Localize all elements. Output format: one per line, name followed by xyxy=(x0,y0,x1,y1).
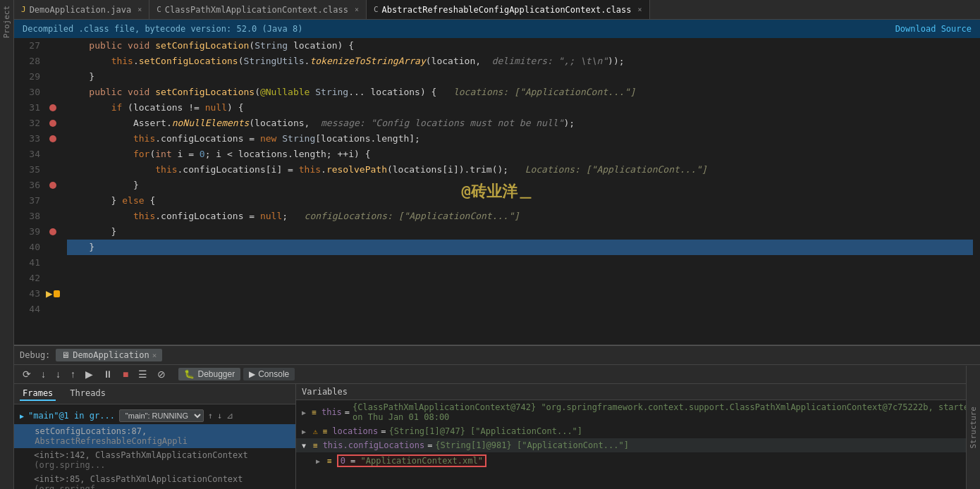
code-line-32: if (locations != null) { xyxy=(67,100,973,116)
var-name: locations xyxy=(332,426,378,436)
var-name: this.configLocations xyxy=(323,440,425,450)
code-line-36: for(int i = 0; i < locations.length; ++i… xyxy=(67,147,973,162)
filter-btn[interactable]: ⊿ xyxy=(226,411,233,421)
expand-arrow[interactable]: ▶ xyxy=(302,409,309,416)
tab-classpathxml[interactable]: C ClassPathXmlApplicationContext.class × xyxy=(149,0,367,19)
str-icon: ≡ xyxy=(327,457,332,466)
console-icon: ▶ xyxy=(249,369,255,379)
stack-frame-1[interactable]: <init>:142, ClassPathXmlApplicationConte… xyxy=(14,448,295,472)
close-icon[interactable]: × xyxy=(137,6,142,13)
var-configlocations-0[interactable]: ▶ ≡ 0 = "ApplicationContext.xml" xyxy=(296,452,980,469)
warn-icon: ⚠ xyxy=(313,427,318,436)
close-icon[interactable]: × xyxy=(355,6,359,13)
code-line-34: this.configLocations = new String[locati… xyxy=(67,131,973,147)
thread-play-icon: ▶ xyxy=(20,412,24,420)
expand-arrow[interactable]: ▼ xyxy=(302,442,310,450)
notice-text: Decompiled .class file, bytecode version… xyxy=(23,24,302,34)
view-btn[interactable]: ☰ xyxy=(135,367,150,381)
line-numbers: 27 28 29 30 31 32 33 34 35 36 37 38 39 4… xyxy=(14,38,46,345)
threads-tab[interactable]: Threads xyxy=(67,387,109,401)
var-index: 0 xyxy=(341,456,345,466)
gutter: ▶ xyxy=(46,38,60,345)
stack-frame-2[interactable]: <init>:85, ClassPathXmlApplicationContex… xyxy=(14,472,295,489)
down-arrow-btn[interactable]: ↓ xyxy=(217,411,222,421)
debug-bar: Debug: 🖥 DemoApplication × xyxy=(14,345,980,365)
restart-btn[interactable]: ⟳ xyxy=(20,367,34,381)
code-line-43: } xyxy=(67,240,973,255)
frames-tab[interactable]: Frames xyxy=(20,387,56,401)
structure-sidebar[interactable]: Structure xyxy=(966,366,980,489)
variables-header: Variables xyxy=(296,384,980,400)
arr-icon: ≡ xyxy=(313,441,318,450)
editor-area: @砖业洋＿ 27 28 29 30 31 32 33 34 35 36 37 3… xyxy=(14,38,980,345)
close-icon[interactable]: × xyxy=(638,6,642,13)
tab-bar: J DemoApplication.java × C ClassPathXmlA… xyxy=(14,0,980,20)
thread-state-selector[interactable]: "main": RUNNING xyxy=(119,409,204,422)
var-locations[interactable]: ▶ ⚠ ≡ locations = {String[1]@747} ["Appl… xyxy=(296,424,980,438)
console-tab-btn[interactable]: ▶ Console xyxy=(243,368,295,380)
resume-btn[interactable]: ▶ xyxy=(82,367,96,381)
code-line-31: public void setConfigLocations(@Nullable… xyxy=(67,85,973,100)
class-icon: C xyxy=(157,5,161,14)
var-this[interactable]: ▶ ≡ this = {ClassPathXmlApplicationConte… xyxy=(296,400,980,424)
pause-btn[interactable]: ⏸ xyxy=(100,367,116,381)
frame-label: <init>:85, ClassPathXmlApplicationContex… xyxy=(34,474,290,489)
step-over-btn[interactable]: ↓ xyxy=(38,367,49,381)
debugger-icon: 🐛 xyxy=(184,369,195,379)
debug-session-label: DemoApplication xyxy=(73,350,149,360)
obj-icon: ≡ xyxy=(312,408,317,417)
code-line-40: this.configLocations = null; configLocat… xyxy=(67,209,973,224)
project-label: Project xyxy=(2,6,11,38)
frames-content: ▶ "main"@1 in gr... "main": RUNNING ↑ ↓ … xyxy=(14,404,295,489)
debugger-tab-btn[interactable]: 🐛 Debugger xyxy=(178,368,240,380)
code-line-38: } xyxy=(67,178,973,193)
step-into-btn[interactable]: ↓ xyxy=(53,367,63,381)
tab-label: AbstractRefreshableConfigApplicationCont… xyxy=(382,5,632,15)
thread-item[interactable]: ▶ "main"@1 in gr... "main": RUNNING ↑ ↓ … xyxy=(14,407,295,424)
java-icon: J xyxy=(21,5,26,14)
frames-panel: Frames Threads ▶ "main"@1 in gr... "main… xyxy=(14,384,296,489)
debug-session-tab[interactable]: 🖥 DemoApplication × xyxy=(56,349,162,361)
var-name: this xyxy=(321,407,342,417)
notice-bar: Decompiled .class file, bytecode version… xyxy=(14,20,980,38)
code-line-27: public void setConfigLocation(String loc… xyxy=(67,38,973,54)
var-value: {String[1]@747} ["ApplicationCont..."] xyxy=(389,426,583,436)
tab-demoapplication[interactable]: J DemoApplication.java × xyxy=(14,0,149,19)
code-line-39: } else { xyxy=(67,193,973,209)
var-value: {ClassPathXmlApplicationContext@742} "or… xyxy=(353,402,974,422)
code-line-28: this.setConfigLocations(StringUtils.toke… xyxy=(67,54,973,69)
debug-panels: Frames Threads ▶ "main"@1 in gr... "main… xyxy=(14,384,980,489)
class-icon: C xyxy=(374,5,379,14)
tab-abstractrefreshable[interactable]: C AbstractRefreshableConfigApplicationCo… xyxy=(367,0,650,19)
var-configlocations[interactable]: ▼ ≡ this.configLocations = {String[1]@98… xyxy=(296,438,980,452)
download-source-link[interactable]: Download Source xyxy=(895,24,972,34)
variables-panel: Variables ▶ ≡ this = {ClassPathXmlApplic… xyxy=(296,384,980,489)
debug-icon: 🖥 xyxy=(61,350,70,360)
var-value: {String[1]@981} ["ApplicationCont..."] xyxy=(435,440,629,450)
tab-label: ClassPathXmlApplicationContext.class xyxy=(165,5,348,15)
structure-label: Structure xyxy=(969,407,978,449)
frame-label: setConfigLocations:87, AbstractRefreshab… xyxy=(35,426,290,446)
tab-label: DemoApplication.java xyxy=(30,5,132,15)
expand-arrow[interactable]: ▶ xyxy=(316,457,324,465)
arr-icon: ≡ xyxy=(323,427,328,436)
debug-close-btn[interactable]: × xyxy=(152,351,157,360)
project-sidebar[interactable]: Project xyxy=(0,0,14,489)
debug-view-tabs: 🐛 Debugger ▶ Console xyxy=(178,368,295,380)
code-line-41: } xyxy=(67,224,973,240)
code-line-37: this.configLocations[i] = this.resolvePa… xyxy=(67,162,973,178)
code-line-29: } xyxy=(67,69,973,85)
var-value: "ApplicationContext.xml" xyxy=(361,456,483,466)
thread-label: "main"@1 in gr... xyxy=(28,411,115,421)
up-arrow-btn[interactable]: ↑ xyxy=(208,411,213,421)
debug-toolbar: ⟳ ↓ ↓ ↑ ▶ ⏸ ■ ☰ ⊘ 🐛 Debugger ▶ Console xyxy=(14,365,980,384)
debug-label: Debug: xyxy=(20,350,50,360)
current-line-arrow: ▶ xyxy=(46,288,53,299)
mute-btn[interactable]: ⊘ xyxy=(154,367,169,381)
code-content: public void setConfigLocation(String loc… xyxy=(60,38,980,345)
step-out-btn[interactable]: ↑ xyxy=(68,367,78,381)
stack-frame-current[interactable]: setConfigLocations:87, AbstractRefreshab… xyxy=(14,424,295,448)
stop-btn[interactable]: ■ xyxy=(120,367,131,381)
expand-arrow[interactable]: ▶ xyxy=(302,428,310,435)
code-line-33: Assert.noNullElements(locations, message… xyxy=(67,116,973,131)
